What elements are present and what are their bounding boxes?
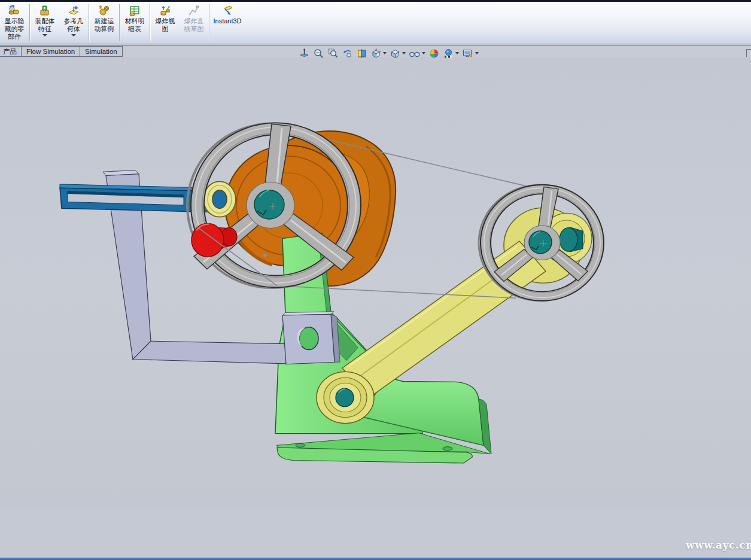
reference-geometry-icon bbox=[67, 4, 80, 17]
command-toolbar: 显示隐藏的零部件 装配体特征 bbox=[0, 2, 751, 44]
tab-label: Flow Simulation bbox=[26, 48, 75, 55]
solidworks-window: 显示隐藏的零部件 装配体特征 bbox=[0, 0, 751, 560]
exploded-view-button[interactable]: 爆炸视图 bbox=[151, 2, 180, 44]
dropdown-arrow-icon[interactable] bbox=[422, 52, 425, 54]
show-hidden-components-button[interactable]: 显示隐藏的零部件 bbox=[0, 2, 29, 44]
tab-flow-simulation[interactable]: Flow Simulation bbox=[21, 46, 80, 57]
button-label: 爆炸视图 bbox=[154, 17, 176, 33]
button-label: 爆炸直线草图 bbox=[183, 17, 205, 33]
toolbar-separator bbox=[209, 4, 209, 41]
heads-up-view-toolbar bbox=[298, 47, 479, 59]
dropdown-arrow-icon[interactable] bbox=[383, 52, 387, 54]
instant3d-button[interactable]: Instant3D bbox=[210, 2, 245, 44]
normal-to-icon[interactable] bbox=[298, 48, 311, 59]
new-motion-study-button[interactable]: 新建运动算例 bbox=[90, 2, 118, 44]
toolbar-separator bbox=[89, 4, 89, 41]
tab-label: Simulation bbox=[85, 48, 117, 55]
tab-simulation[interactable]: Simulation bbox=[80, 46, 123, 57]
pivot-pin[interactable] bbox=[336, 388, 354, 407]
edit-appearance-icon[interactable] bbox=[428, 48, 440, 59]
dropdown-arrow-icon[interactable] bbox=[71, 34, 76, 36]
bill-of-materials-icon bbox=[128, 4, 141, 17]
drive-shaft-hub[interactable] bbox=[254, 190, 284, 220]
dropdown-arrow-icon[interactable] bbox=[475, 52, 479, 54]
dropdown-arrow-icon[interactable] bbox=[402, 52, 406, 54]
explode-line-sketch-icon bbox=[187, 4, 200, 17]
new-motion-study-icon bbox=[98, 4, 111, 17]
collapsed-panel-handle[interactable] bbox=[746, 49, 751, 57]
explode-line-sketch-button[interactable]: 爆炸直线草图 bbox=[180, 2, 208, 44]
toolbar-separator bbox=[150, 4, 150, 41]
base-hole bbox=[443, 447, 452, 451]
bracket-hole bbox=[299, 327, 318, 350]
previous-view-icon[interactable] bbox=[341, 48, 354, 59]
toolbar-separator bbox=[119, 4, 120, 41]
dropdown-arrow-icon[interactable] bbox=[455, 52, 459, 54]
tab-label: 产品 bbox=[3, 48, 17, 55]
toolbar-separator bbox=[29, 4, 30, 41]
driven-shaft-hub[interactable] bbox=[529, 231, 552, 254]
button-label: Instant3D bbox=[211, 17, 244, 25]
driven-shaft[interactable] bbox=[560, 228, 577, 252]
button-label: 新建运动算例 bbox=[93, 17, 115, 33]
assembly-features-button[interactable]: 装配体特征 bbox=[31, 2, 59, 44]
watermark-text: www.ayc.cn bbox=[686, 539, 747, 551]
section-view-icon[interactable] bbox=[355, 48, 368, 59]
zoom-to-fit-icon[interactable] bbox=[312, 48, 325, 59]
exploded-view-icon bbox=[159, 4, 172, 17]
bill-of-materials-button[interactable]: 材料明细表 bbox=[120, 2, 149, 44]
window-bottom-edge bbox=[0, 558, 751, 560]
dropdown-arrow-icon[interactable] bbox=[42, 34, 47, 36]
display-style-icon[interactable] bbox=[389, 48, 406, 59]
button-label: 材料明细表 bbox=[124, 17, 145, 33]
instant3d-icon bbox=[221, 4, 234, 17]
show-hidden-components-icon bbox=[8, 4, 21, 17]
button-label: 装配体特征 bbox=[34, 17, 56, 33]
hide-show-items-icon[interactable] bbox=[408, 48, 426, 59]
view-settings-icon[interactable] bbox=[461, 48, 479, 59]
base-hole bbox=[296, 443, 305, 447]
tab-office-products[interactable]: 产品 bbox=[0, 46, 22, 57]
apply-scene-icon[interactable] bbox=[442, 48, 460, 59]
assembly-features-icon bbox=[38, 4, 51, 17]
zoom-to-area-icon[interactable] bbox=[327, 48, 339, 59]
button-label: 参考几何体 bbox=[63, 17, 84, 33]
view-orientation-icon[interactable] bbox=[370, 48, 387, 59]
vertex-point bbox=[263, 254, 267, 257]
graphics-viewport[interactable] bbox=[0, 57, 751, 558]
reference-geometry-button[interactable]: 参考几何体 bbox=[59, 2, 88, 44]
button-label: 显示隐藏的零部件 bbox=[4, 17, 25, 41]
